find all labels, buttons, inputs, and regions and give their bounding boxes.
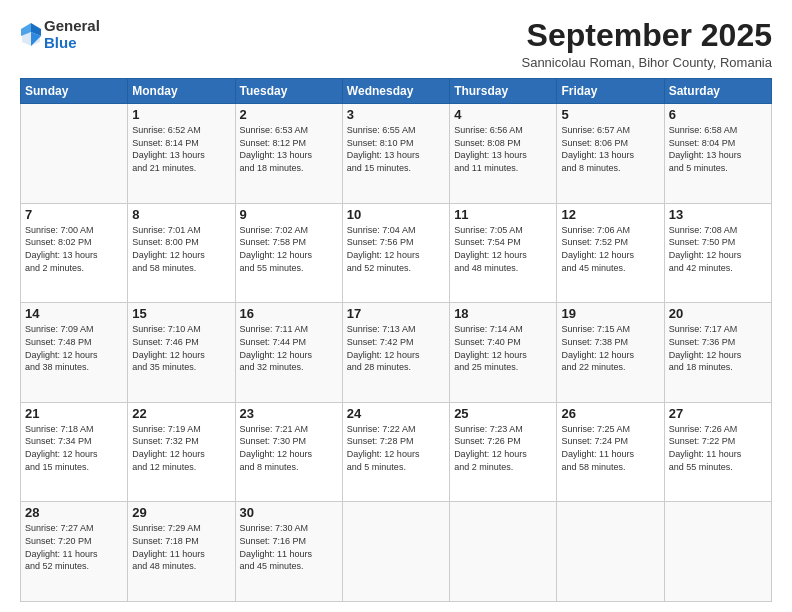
cell-w5-d4 bbox=[450, 502, 557, 602]
cell-w3-d2: 16Sunrise: 7:11 AMSunset: 7:44 PMDayligh… bbox=[235, 303, 342, 403]
col-saturday: Saturday bbox=[664, 79, 771, 104]
calendar-header-row: Sunday Monday Tuesday Wednesday Thursday… bbox=[21, 79, 772, 104]
day-number: 1 bbox=[132, 107, 230, 122]
col-friday: Friday bbox=[557, 79, 664, 104]
day-number: 27 bbox=[669, 406, 767, 421]
day-number: 6 bbox=[669, 107, 767, 122]
day-number: 28 bbox=[25, 505, 123, 520]
cell-w4-d3: 24Sunrise: 7:22 AMSunset: 7:28 PMDayligh… bbox=[342, 402, 449, 502]
day-info: Sunrise: 6:55 AMSunset: 8:10 PMDaylight:… bbox=[347, 124, 445, 174]
day-info: Sunrise: 6:58 AMSunset: 8:04 PMDaylight:… bbox=[669, 124, 767, 174]
day-info: Sunrise: 7:19 AMSunset: 7:32 PMDaylight:… bbox=[132, 423, 230, 473]
cell-w4-d6: 27Sunrise: 7:26 AMSunset: 7:22 PMDayligh… bbox=[664, 402, 771, 502]
day-info: Sunrise: 7:18 AMSunset: 7:34 PMDaylight:… bbox=[25, 423, 123, 473]
cell-w2-d4: 11Sunrise: 7:05 AMSunset: 7:54 PMDayligh… bbox=[450, 203, 557, 303]
day-info: Sunrise: 6:56 AMSunset: 8:08 PMDaylight:… bbox=[454, 124, 552, 174]
day-info: Sunrise: 7:21 AMSunset: 7:30 PMDaylight:… bbox=[240, 423, 338, 473]
cell-w5-d1: 29Sunrise: 7:29 AMSunset: 7:18 PMDayligh… bbox=[128, 502, 235, 602]
day-info: Sunrise: 7:13 AMSunset: 7:42 PMDaylight:… bbox=[347, 323, 445, 373]
cell-w5-d2: 30Sunrise: 7:30 AMSunset: 7:16 PMDayligh… bbox=[235, 502, 342, 602]
header: General Blue September 2025 Sannicolau R… bbox=[20, 18, 772, 70]
cell-w1-d1: 1Sunrise: 6:52 AMSunset: 8:14 PMDaylight… bbox=[128, 104, 235, 204]
week-row-4: 21Sunrise: 7:18 AMSunset: 7:34 PMDayligh… bbox=[21, 402, 772, 502]
day-number: 18 bbox=[454, 306, 552, 321]
cell-w4-d0: 21Sunrise: 7:18 AMSunset: 7:34 PMDayligh… bbox=[21, 402, 128, 502]
cell-w4-d2: 23Sunrise: 7:21 AMSunset: 7:30 PMDayligh… bbox=[235, 402, 342, 502]
day-number: 26 bbox=[561, 406, 659, 421]
day-number: 9 bbox=[240, 207, 338, 222]
day-number: 23 bbox=[240, 406, 338, 421]
cell-w3-d5: 19Sunrise: 7:15 AMSunset: 7:38 PMDayligh… bbox=[557, 303, 664, 403]
cell-w1-d4: 4Sunrise: 6:56 AMSunset: 8:08 PMDaylight… bbox=[450, 104, 557, 204]
cell-w3-d4: 18Sunrise: 7:14 AMSunset: 7:40 PMDayligh… bbox=[450, 303, 557, 403]
day-number: 3 bbox=[347, 107, 445, 122]
day-info: Sunrise: 7:26 AMSunset: 7:22 PMDaylight:… bbox=[669, 423, 767, 473]
day-info: Sunrise: 7:29 AMSunset: 7:18 PMDaylight:… bbox=[132, 522, 230, 572]
day-number: 8 bbox=[132, 207, 230, 222]
day-number: 10 bbox=[347, 207, 445, 222]
day-info: Sunrise: 7:10 AMSunset: 7:46 PMDaylight:… bbox=[132, 323, 230, 373]
logo: General Blue bbox=[20, 18, 100, 51]
day-number: 29 bbox=[132, 505, 230, 520]
month-title: September 2025 bbox=[521, 18, 772, 53]
day-number: 15 bbox=[132, 306, 230, 321]
col-tuesday: Tuesday bbox=[235, 79, 342, 104]
day-number: 13 bbox=[669, 207, 767, 222]
cell-w1-d5: 5Sunrise: 6:57 AMSunset: 8:06 PMDaylight… bbox=[557, 104, 664, 204]
logo-general: General bbox=[44, 18, 100, 35]
day-info: Sunrise: 6:57 AMSunset: 8:06 PMDaylight:… bbox=[561, 124, 659, 174]
cell-w5-d6 bbox=[664, 502, 771, 602]
cell-w2-d0: 7Sunrise: 7:00 AMSunset: 8:02 PMDaylight… bbox=[21, 203, 128, 303]
cell-w1-d0 bbox=[21, 104, 128, 204]
week-row-5: 28Sunrise: 7:27 AMSunset: 7:20 PMDayligh… bbox=[21, 502, 772, 602]
cell-w5-d3 bbox=[342, 502, 449, 602]
day-number: 4 bbox=[454, 107, 552, 122]
day-info: Sunrise: 7:00 AMSunset: 8:02 PMDaylight:… bbox=[25, 224, 123, 274]
cell-w2-d6: 13Sunrise: 7:08 AMSunset: 7:50 PMDayligh… bbox=[664, 203, 771, 303]
day-info: Sunrise: 7:15 AMSunset: 7:38 PMDaylight:… bbox=[561, 323, 659, 373]
day-number: 5 bbox=[561, 107, 659, 122]
cell-w2-d5: 12Sunrise: 7:06 AMSunset: 7:52 PMDayligh… bbox=[557, 203, 664, 303]
logo-blue: Blue bbox=[44, 35, 100, 52]
logo-icon bbox=[20, 22, 42, 48]
day-number: 22 bbox=[132, 406, 230, 421]
day-info: Sunrise: 7:17 AMSunset: 7:36 PMDaylight:… bbox=[669, 323, 767, 373]
cell-w5-d5 bbox=[557, 502, 664, 602]
day-number: 25 bbox=[454, 406, 552, 421]
cell-w3-d1: 15Sunrise: 7:10 AMSunset: 7:46 PMDayligh… bbox=[128, 303, 235, 403]
col-thursday: Thursday bbox=[450, 79, 557, 104]
day-info: Sunrise: 7:30 AMSunset: 7:16 PMDaylight:… bbox=[240, 522, 338, 572]
col-wednesday: Wednesday bbox=[342, 79, 449, 104]
day-info: Sunrise: 7:27 AMSunset: 7:20 PMDaylight:… bbox=[25, 522, 123, 572]
day-info: Sunrise: 7:01 AMSunset: 8:00 PMDaylight:… bbox=[132, 224, 230, 274]
subtitle: Sannicolau Roman, Bihor County, Romania bbox=[521, 55, 772, 70]
cell-w2-d1: 8Sunrise: 7:01 AMSunset: 8:00 PMDaylight… bbox=[128, 203, 235, 303]
day-number: 2 bbox=[240, 107, 338, 122]
day-number: 24 bbox=[347, 406, 445, 421]
cell-w1-d2: 2Sunrise: 6:53 AMSunset: 8:12 PMDaylight… bbox=[235, 104, 342, 204]
cell-w4-d1: 22Sunrise: 7:19 AMSunset: 7:32 PMDayligh… bbox=[128, 402, 235, 502]
week-row-3: 14Sunrise: 7:09 AMSunset: 7:48 PMDayligh… bbox=[21, 303, 772, 403]
day-info: Sunrise: 6:52 AMSunset: 8:14 PMDaylight:… bbox=[132, 124, 230, 174]
day-number: 7 bbox=[25, 207, 123, 222]
cell-w2-d2: 9Sunrise: 7:02 AMSunset: 7:58 PMDaylight… bbox=[235, 203, 342, 303]
calendar-table: Sunday Monday Tuesday Wednesday Thursday… bbox=[20, 78, 772, 602]
day-number: 21 bbox=[25, 406, 123, 421]
page: General Blue September 2025 Sannicolau R… bbox=[0, 0, 792, 612]
day-info: Sunrise: 7:14 AMSunset: 7:40 PMDaylight:… bbox=[454, 323, 552, 373]
week-row-1: 1Sunrise: 6:52 AMSunset: 8:14 PMDaylight… bbox=[21, 104, 772, 204]
day-info: Sunrise: 7:05 AMSunset: 7:54 PMDaylight:… bbox=[454, 224, 552, 274]
week-row-2: 7Sunrise: 7:00 AMSunset: 8:02 PMDaylight… bbox=[21, 203, 772, 303]
cell-w2-d3: 10Sunrise: 7:04 AMSunset: 7:56 PMDayligh… bbox=[342, 203, 449, 303]
cell-w5-d0: 28Sunrise: 7:27 AMSunset: 7:20 PMDayligh… bbox=[21, 502, 128, 602]
cell-w1-d3: 3Sunrise: 6:55 AMSunset: 8:10 PMDaylight… bbox=[342, 104, 449, 204]
title-block: September 2025 Sannicolau Roman, Bihor C… bbox=[521, 18, 772, 70]
day-number: 11 bbox=[454, 207, 552, 222]
day-info: Sunrise: 7:06 AMSunset: 7:52 PMDaylight:… bbox=[561, 224, 659, 274]
day-info: Sunrise: 7:04 AMSunset: 7:56 PMDaylight:… bbox=[347, 224, 445, 274]
day-number: 14 bbox=[25, 306, 123, 321]
day-number: 17 bbox=[347, 306, 445, 321]
day-number: 20 bbox=[669, 306, 767, 321]
day-info: Sunrise: 7:09 AMSunset: 7:48 PMDaylight:… bbox=[25, 323, 123, 373]
day-info: Sunrise: 7:02 AMSunset: 7:58 PMDaylight:… bbox=[240, 224, 338, 274]
